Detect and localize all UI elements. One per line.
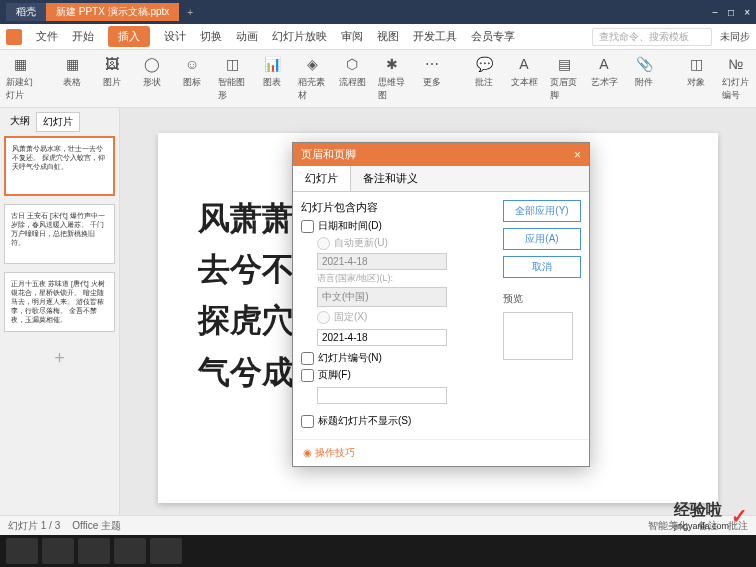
tab-home[interactable]: 稻壳 <box>6 3 46 21</box>
taskbar-item[interactable] <box>150 538 182 564</box>
taskbar-item[interactable] <box>42 538 74 564</box>
search-input[interactable]: 查找命令、搜索模板 <box>592 28 712 46</box>
menu-review[interactable]: 审阅 <box>341 29 363 44</box>
statusbar: 幻灯片 1 / 3 Office 主题 智能美化 备注 批注 <box>0 515 756 535</box>
ribbon-页眉页脚[interactable]: ▤页眉页脚 <box>550 54 578 102</box>
dialog-buttons: 全部应用(Y) 应用(A) 取消 预览 <box>503 200 581 431</box>
dialog-title-text: 页眉和页脚 <box>301 147 356 162</box>
menu-devtools[interactable]: 开发工具 <box>413 29 457 44</box>
page-indicator: 幻灯片 1 / 3 <box>8 519 60 533</box>
ribbon-icon: ▦ <box>10 54 30 74</box>
tab-slides[interactable]: 幻灯片 <box>36 112 80 132</box>
ribbon-表格[interactable]: ▦表格 <box>58 54 86 89</box>
ribbon: ▦新建幻灯片▦表格🖼图片◯形状☺图标◫智能图形📊图表◈稻壳素材⬡流程图✱思维导图… <box>0 50 756 108</box>
ribbon-icon: ✱ <box>382 54 402 74</box>
menu-transition[interactable]: 切换 <box>200 29 222 44</box>
ribbon-icon: ⬡ <box>342 54 362 74</box>
menu-member[interactable]: 会员专享 <box>471 29 515 44</box>
dialog-content: 幻灯片包含内容 日期和时间(D) 自动更新(U) 2021-4-18 语言(国家… <box>301 200 495 431</box>
ribbon-icon: ▤ <box>554 54 574 74</box>
slide-panel: 大纲 幻灯片 风萧萧兮易水寒，壮士一去兮不复还。 探虎穴兮入蛟宫，仰天呼气兮成白… <box>0 108 120 528</box>
checkbox-datetime[interactable]: 日期和时间(D) <box>301 219 495 233</box>
ribbon-icon: ◫ <box>686 54 706 74</box>
header-footer-dialog: 页眉和页脚 × 幻灯片 备注和讲义 幻灯片包含内容 日期和时间(D) 自动更新(… <box>292 142 590 467</box>
slide-thumb-3[interactable]: 正月十五夜 苏味道 [唐代] 火树银花合，星桥铁锁开。 暗尘随马去，明月逐人来。… <box>4 272 115 332</box>
ribbon-更多[interactable]: ⋯更多 <box>418 54 446 89</box>
tab-outline[interactable]: 大纲 <box>4 112 36 132</box>
ribbon-文本框[interactable]: A文本框 <box>510 54 538 89</box>
minimize-icon[interactable]: − <box>712 7 718 18</box>
ribbon-批注[interactable]: 💬批注 <box>470 54 498 89</box>
ribbon-icon: ▦ <box>62 54 82 74</box>
ribbon-icon: ◫ <box>222 54 242 74</box>
slide-thumb-2[interactable]: 古日 王安石 [宋代] 爆竹声中一岁除，春风送暖入屠苏。 千门万户曈曈日，总把新… <box>4 204 115 264</box>
ribbon-icon: ◯ <box>142 54 162 74</box>
dialog-tabs: 幻灯片 备注和讲义 <box>293 166 589 192</box>
ribbon-icon: A <box>594 54 614 74</box>
ribbon-形状[interactable]: ◯形状 <box>138 54 166 89</box>
taskbar <box>0 535 756 567</box>
menu-animation[interactable]: 动画 <box>236 29 258 44</box>
ribbon-icon: № <box>726 54 746 74</box>
combo-language: 中文(中国) <box>317 287 447 307</box>
ribbon-思维导图[interactable]: ✱思维导图 <box>378 54 406 102</box>
lang-label: 语言(国家/地区)(L): <box>317 272 495 285</box>
app-logo-icon <box>6 29 22 45</box>
maximize-icon[interactable]: □ <box>728 7 734 18</box>
ribbon-智能图形[interactable]: ◫智能图形 <box>218 54 246 102</box>
ribbon-图标[interactable]: ☺图标 <box>178 54 206 89</box>
tab-document[interactable]: 新建 PPTX 演示文稿.pptx <box>46 3 179 21</box>
ribbon-icon: 💬 <box>474 54 494 74</box>
ribbon-附件[interactable]: 📎附件 <box>630 54 658 89</box>
taskbar-item[interactable] <box>6 538 38 564</box>
menu-design[interactable]: 设计 <box>164 29 186 44</box>
menubar: 文件 开始 插入 设计 切换 动画 幻灯片放映 审阅 视图 开发工具 会员专享 … <box>0 24 756 50</box>
ribbon-icon: 🖼 <box>102 54 122 74</box>
tab-add[interactable]: + <box>179 5 201 20</box>
dialog-tab-notes[interactable]: 备注和讲义 <box>351 166 430 191</box>
menu-start[interactable]: 开始 <box>72 29 94 44</box>
ribbon-艺术字[interactable]: A艺术字 <box>590 54 618 89</box>
ribbon-icon: 📎 <box>634 54 654 74</box>
close-icon[interactable]: × <box>744 7 750 18</box>
watermark: 经验啦 jingyanla.com ✓ <box>674 500 748 531</box>
ribbon-icon: ☺ <box>182 54 202 74</box>
menu-slideshow[interactable]: 幻灯片放映 <box>272 29 327 44</box>
input-fixed-date[interactable] <box>317 329 447 346</box>
checkbox-slide-number[interactable]: 幻灯片编号(N) <box>301 351 495 365</box>
add-slide-button[interactable]: + <box>4 340 115 377</box>
slide-thumb-1[interactable]: 风萧萧兮易水寒，壮士一去兮不复还。 探虎穴兮入蛟宫，仰天呼气兮成白虹。 <box>4 136 115 196</box>
apply-all-button[interactable]: 全部应用(Y) <box>503 200 581 222</box>
taskbar-item[interactable] <box>78 538 110 564</box>
menu-insert[interactable]: 插入 <box>108 26 150 47</box>
dialog-titlebar: 页眉和页脚 × <box>293 143 589 166</box>
titlebar: 稻壳 新建 PPTX 演示文稿.pptx + − □ × <box>0 0 756 24</box>
cancel-button[interactable]: 取消 <box>503 256 581 278</box>
radio-auto-update[interactable]: 自动更新(U) <box>317 236 495 250</box>
menu-file[interactable]: 文件 <box>36 29 58 44</box>
checkbox-hide-title[interactable]: 标题幻灯片不显示(S) <box>301 414 495 428</box>
apply-button[interactable]: 应用(A) <box>503 228 581 250</box>
section-label: 幻灯片包含内容 <box>301 200 495 215</box>
input-footer-text[interactable] <box>317 387 447 404</box>
checkbox-footer[interactable]: 页脚(F) <box>301 368 495 382</box>
ribbon-流程图[interactable]: ⬡流程图 <box>338 54 366 89</box>
ribbon-icon: 📊 <box>262 54 282 74</box>
dialog-tips[interactable]: ◉ 操作技巧 <box>293 439 589 466</box>
ribbon-图片[interactable]: 🖼图片 <box>98 54 126 89</box>
sync-status[interactable]: 未同步 <box>720 30 750 44</box>
preview-box <box>503 312 573 360</box>
combo-date-format: 2021-4-18 <box>317 253 447 270</box>
dialog-close-icon[interactable]: × <box>574 148 581 162</box>
radio-fixed[interactable]: 固定(X) <box>317 310 495 324</box>
ribbon-图表[interactable]: 📊图表 <box>258 54 286 89</box>
taskbar-item[interactable] <box>114 538 146 564</box>
ribbon-幻灯片编号[interactable]: №幻灯片编号 <box>722 54 750 102</box>
menu-view[interactable]: 视图 <box>377 29 399 44</box>
panel-tabs: 大纲 幻灯片 <box>4 112 115 132</box>
ribbon-icon: ◈ <box>302 54 322 74</box>
dialog-tab-slide[interactable]: 幻灯片 <box>293 166 351 191</box>
ribbon-新建幻灯片[interactable]: ▦新建幻灯片 <box>6 54 34 102</box>
ribbon-对象[interactable]: ◫对象 <box>682 54 710 89</box>
ribbon-稻壳素材[interactable]: ◈稻壳素材 <box>298 54 326 102</box>
